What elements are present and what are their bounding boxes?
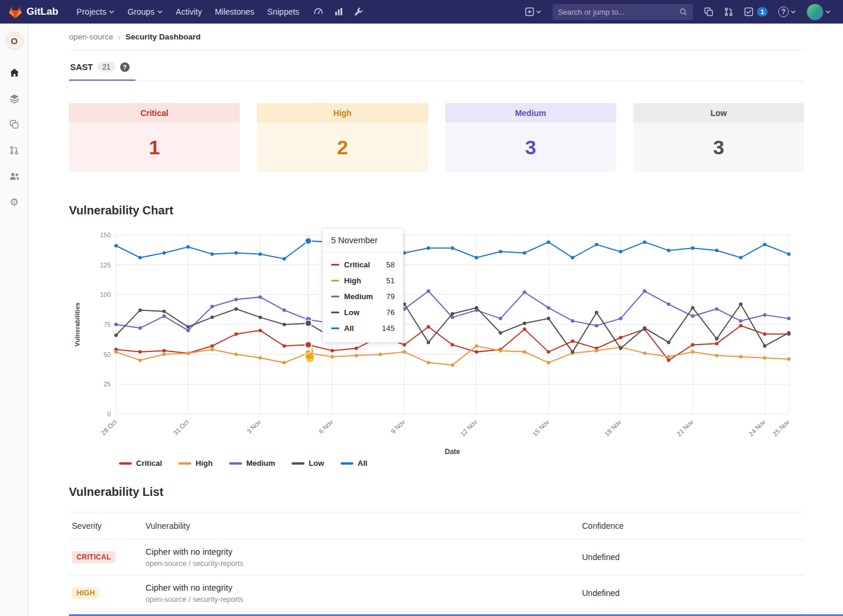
severity-badge: CRITICAL [72,551,115,563]
merge-request-icon [9,145,19,155]
user-menu[interactable] [801,0,836,24]
chevron-down-icon [157,10,163,14]
legend-item[interactable]: Medium [229,459,275,468]
help-question-icon: ? [778,6,789,17]
legend-swatch-icon [340,462,353,465]
navbar-right: 1 ? [520,0,836,24]
breadcrumb-parent[interactable]: open-source [69,32,113,41]
svg-text:Vulnerabilities: Vulnerabilities [74,303,81,347]
legend-item[interactable]: Low [292,459,324,468]
vulnerability-chart: 025507510012515028 Oct31 Oct3 Nov6 Nov9 … [69,227,804,458]
sidebar-item-settings[interactable]: ⚙ [0,189,29,215]
boards-icon[interactable] [699,0,719,24]
tab-help-icon[interactable]: ? [120,62,130,72]
series-dash-icon [331,296,339,297]
column-vulnerability: Vulnerability [146,521,582,531]
todos-button[interactable]: 1 [739,0,773,24]
nav-menu-item[interactable]: Projects [70,0,121,24]
tab-sast[interactable]: SAST 21 ? [69,62,135,81]
nav-menu-item[interactable]: Milestones [209,0,261,24]
tooltip-row: Low 76 [331,308,395,317]
svg-text:9 Nov: 9 Nov [389,418,406,435]
severity-card-label: Critical [69,103,240,122]
svg-text:25: 25 [104,380,111,388]
help-menu[interactable]: ? [773,0,801,24]
vulnerability-chart-canvas[interactable]: 025507510012515028 Oct31 Oct3 Nov6 Nov9 … [69,227,796,458]
main-content: open-source › Security Dashboard SAST 21… [29,24,843,611]
legend-item[interactable]: Critical [119,459,162,468]
chart-section-title: Vulnerability Chart [69,204,804,217]
members-icon [9,171,19,181]
svg-text:150: 150 [100,231,111,239]
svg-text:125: 125 [100,261,111,269]
merge-request-icon[interactable] [719,0,739,24]
table-body: CRITICAL Cipher with no integrity open-s… [69,539,804,611]
gitlab-logo[interactable]: GitLab [8,5,58,19]
admin-wrench-icon[interactable] [349,0,369,24]
breadcrumb-chevron-icon: › [118,32,121,42]
plus-square-icon [525,7,534,16]
project-avatar[interactable]: O [5,32,24,50]
chevron-down-icon [109,10,114,14]
tab-count-badge: 21 [98,62,115,72]
tooltip-row: Critical 58 [331,260,395,269]
legend-swatch-icon [119,462,132,465]
svg-text:28 Oct: 28 Oct [100,418,118,436]
tooltip-rows: Critical 58 High 51 Medium 79 Low 76 All… [323,253,403,342]
legend-swatch-icon [229,462,242,465]
chart-legend: Critical High Medium Low All [119,459,804,468]
sidebar-item-issues[interactable] [0,111,29,137]
svg-text:15 Nov: 15 Nov [531,418,550,438]
legend-item[interactable]: High [178,459,213,468]
nav-menu-item[interactable]: Snippets [261,0,306,24]
repository-icon [9,94,19,104]
table-row[interactable]: HIGH Cipher with no integrity open-sourc… [69,575,804,611]
vulnerability-name[interactable]: Cipher with no integrity [146,583,582,592]
svg-text:6 Nov: 6 Nov [318,418,335,435]
severity-summary-card: High 2 [257,103,428,172]
home-icon [9,68,19,78]
legend-item[interactable]: All [340,459,368,468]
sidebar-item-members[interactable] [0,163,29,189]
severity-card-label: Medium [445,103,616,122]
search-box[interactable] [553,4,693,20]
sidebar-item-home[interactable] [0,59,29,85]
nav-menu-item[interactable]: Activity [169,0,208,24]
svg-text:12 Nov: 12 Nov [459,418,478,438]
vulnerability-project: open-source / security-reports [146,559,582,568]
vulnerability-name[interactable]: Cipher with no integrity [146,547,582,557]
breadcrumb: open-source › Security Dashboard [69,24,804,50]
search-input[interactable] [558,8,679,16]
legend-swatch-icon [178,462,191,465]
new-dropdown-button[interactable] [520,0,547,24]
project-sidebar: O ⚙ [0,24,29,616]
sidebar-item-merge-requests[interactable] [0,137,29,163]
severity-card-count: 1 [69,122,240,172]
nav-menu-item[interactable]: Groups [121,0,169,24]
series-dash-icon [331,264,339,266]
tooltip-date: 5 November [323,228,403,253]
main-menu: Projects Groups Activity Milestones Snip… [70,0,306,24]
table-header: Severity Vulnerability Confidence [69,512,804,539]
todos-check-icon [744,7,753,16]
table-row[interactable]: CRITICAL Cipher with no integrity open-s… [69,539,804,575]
severity-card-count: 3 [445,122,616,172]
series-dash-icon [331,327,339,329]
chevron-down-icon [825,10,831,14]
tooltip-row: High 51 [331,276,395,285]
user-avatar [806,4,824,21]
chevron-down-icon [536,10,541,14]
severity-summary-cards: Critical 1 High 2 Medium 3 Low 3 [69,103,804,172]
dashboard-gauge-icon[interactable] [308,0,329,24]
svg-text:18 Nov: 18 Nov [603,418,623,438]
sidebar-item-repository[interactable] [0,85,29,111]
severity-card-count: 3 [633,122,804,172]
series-dash-icon [331,312,339,313]
severity-card-count: 2 [257,122,428,172]
todo-count-badge: 1 [757,7,768,16]
tab-label: SAST [70,62,93,72]
svg-text:Date: Date [445,448,460,456]
severity-summary-card: Critical 1 [69,103,240,172]
svg-text:21 Nov: 21 Nov [675,418,695,438]
analytics-icon[interactable] [329,0,349,24]
